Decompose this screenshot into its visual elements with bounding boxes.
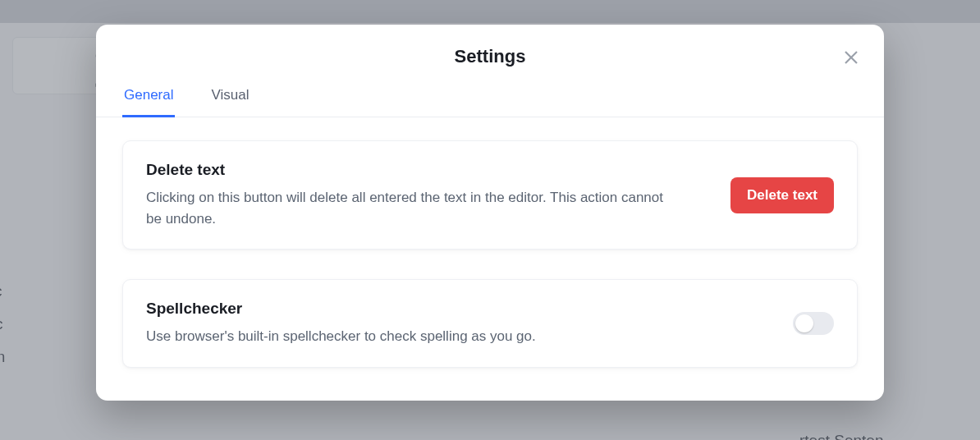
delete-text-button[interactable]: Delete text [730, 177, 834, 213]
settings-modal: Settings General Visual Delete text Clic… [96, 25, 884, 401]
spellchecker-heading: Spellchecker [146, 300, 770, 318]
tab-general[interactable]: General [122, 87, 175, 117]
spellchecker-info: Spellchecker Use browser's built-in spel… [146, 300, 770, 347]
delete-text-panel: Delete text Clicking on this button will… [122, 140, 858, 250]
tabs: General Visual [96, 87, 884, 117]
spellchecker-panel: Spellchecker Use browser's built-in spel… [122, 279, 858, 368]
spellchecker-toggle[interactable] [793, 312, 834, 335]
spellchecker-description: Use browser's built-in spellchecker to c… [146, 326, 671, 347]
close-button[interactable] [841, 48, 861, 67]
delete-text-info: Delete text Clicking on this button will… [146, 161, 708, 229]
modal-title: Settings [96, 46, 884, 67]
delete-text-heading: Delete text [146, 161, 708, 179]
delete-text-description: Clicking on this button will delete all … [146, 187, 671, 229]
tab-visual[interactable]: Visual [209, 87, 250, 117]
toggle-knob [795, 314, 813, 332]
close-icon [844, 50, 859, 65]
panel-area: Delete text Clicking on this button will… [96, 117, 884, 368]
modal-header: Settings [96, 25, 884, 82]
